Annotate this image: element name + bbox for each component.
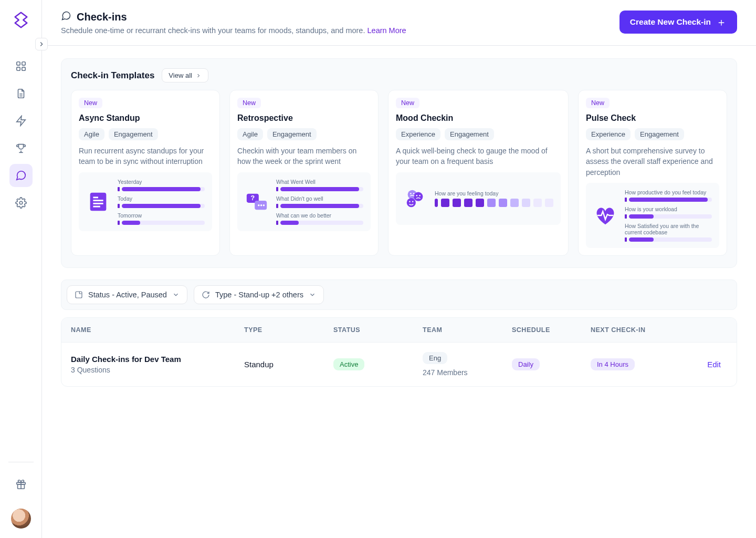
template-description: A short but comprehensive survey to asse… xyxy=(586,146,719,178)
template-tag: Engagement xyxy=(109,128,158,140)
table-header: NAME TYPE STATUS TEAM SCHEDULE NEXT CHEC… xyxy=(61,318,737,342)
svg-rect-18 xyxy=(93,196,98,198)
svg-point-34 xyxy=(419,195,420,196)
row-subtitle: 3 Questions xyxy=(71,366,238,374)
filter-status-label: Status - Active, Paused xyxy=(88,291,167,299)
checkins-icon xyxy=(61,11,71,23)
learn-more-link[interactable]: Learn More xyxy=(368,26,406,35)
filters-bar: Status - Active, Paused Type - Stand-up … xyxy=(61,280,737,310)
col-schedule: SCHEDULE xyxy=(512,326,591,334)
template-name: Async Standup xyxy=(79,113,212,123)
schedule-badge: Daily xyxy=(512,358,540,370)
svg-rect-20 xyxy=(93,203,103,204)
templates-panel: Check-in Templates View all New Async St… xyxy=(61,58,737,268)
svg-point-26 xyxy=(260,204,262,206)
templates-title: Check-in Templates xyxy=(71,70,154,81)
svg-rect-37 xyxy=(76,292,82,298)
template-tag: Engagement xyxy=(635,128,684,140)
page-subtitle: Schedule one-time or recurrant check-ins… xyxy=(61,26,406,35)
template-card[interactable]: New Retrospective AgileEngagement Checki… xyxy=(229,90,379,256)
template-card[interactable]: New Async Standup AgileEngagement Run re… xyxy=(71,90,220,256)
svg-rect-1 xyxy=(22,62,25,65)
status-icon xyxy=(75,291,83,299)
template-preview: Yesterday Today Tomorrow xyxy=(79,172,212,231)
svg-point-31 xyxy=(410,193,411,194)
template-preview: How are you feeling today xyxy=(396,172,561,225)
new-badge: New xyxy=(79,98,102,108)
next-checkin-badge: In 4 Hours xyxy=(591,358,635,370)
template-preview: ? What Went Well What Didn't go well Wha… xyxy=(237,172,371,231)
template-name: Pulse Check xyxy=(586,113,719,123)
nav-gifts[interactable] xyxy=(9,473,33,496)
chevron-down-icon xyxy=(172,291,180,298)
preview-question: Today xyxy=(118,195,205,202)
team-badge: Eng xyxy=(423,352,447,364)
svg-point-29 xyxy=(414,192,423,201)
app-logo xyxy=(12,11,30,29)
svg-point-32 xyxy=(413,193,414,194)
nav-dashboard[interactable] xyxy=(9,55,33,78)
edit-link[interactable]: Edit xyxy=(707,360,721,369)
preview-question: How Satisfied you are with the current c… xyxy=(625,223,712,235)
checkins-table: NAME TYPE STATUS TEAM SCHEDULE NEXT CHEC… xyxy=(61,317,737,387)
template-tag: Experience xyxy=(396,128,440,140)
template-preview-icon xyxy=(593,203,617,227)
preview-question: How is your workload xyxy=(625,206,712,212)
view-all-label: View all xyxy=(169,71,192,79)
filter-type[interactable]: Type - Stand-up +2 others xyxy=(194,285,324,304)
svg-point-35 xyxy=(409,201,410,202)
create-checkin-button[interactable]: Create New Check-in ＋ xyxy=(620,11,737,34)
col-name: NAME xyxy=(71,326,244,334)
template-tag: Experience xyxy=(586,128,631,140)
table-row[interactable]: Daily Check-ins for Dev Team 3 Questions… xyxy=(61,342,737,386)
col-status: STATUS xyxy=(333,326,423,334)
template-tag: Engagement xyxy=(267,128,317,140)
template-preview-icon xyxy=(86,190,110,214)
status-badge: Active xyxy=(333,358,364,370)
user-avatar[interactable] xyxy=(11,509,31,529)
new-badge: New xyxy=(237,98,261,108)
nav-actions[interactable] xyxy=(9,109,33,132)
svg-point-36 xyxy=(412,201,413,202)
svg-marker-6 xyxy=(16,116,25,126)
template-tag: Engagement xyxy=(445,128,494,140)
new-badge: New xyxy=(396,98,419,108)
svg-rect-17 xyxy=(90,192,107,211)
row-name: Daily Check-ins for Dev Team xyxy=(71,355,238,364)
filter-status[interactable]: Status - Active, Paused xyxy=(67,285,187,304)
nav-checkins[interactable] xyxy=(9,164,33,187)
chevron-right-icon xyxy=(195,73,202,79)
refresh-icon xyxy=(202,291,210,299)
col-type: TYPE xyxy=(244,326,333,334)
template-name: Retrospective xyxy=(237,113,371,123)
svg-point-25 xyxy=(258,204,259,206)
template-card[interactable]: New Mood Checkin ExperienceEngagement A … xyxy=(388,90,569,256)
view-all-button[interactable]: View all xyxy=(162,68,208,82)
template-preview-icon: ? xyxy=(245,190,269,214)
create-button-label: Create New Check-in xyxy=(630,17,711,27)
template-tag: Agile xyxy=(237,128,263,140)
preview-question: What can we do better xyxy=(276,212,363,219)
nav-settings[interactable] xyxy=(9,191,33,214)
divider xyxy=(8,462,34,462)
preview-question: How productive do you feel today xyxy=(625,189,712,195)
svg-rect-19 xyxy=(93,200,103,201)
page-header: Check-ins Schedule one-time or recurrant… xyxy=(42,0,756,46)
plus-icon: ＋ xyxy=(716,17,727,27)
svg-point-10 xyxy=(19,201,23,204)
nav-awards[interactable] xyxy=(9,137,33,160)
col-team: TEAM xyxy=(423,326,512,334)
template-card[interactable]: New Pulse Check ExperienceEngagement A s… xyxy=(578,90,727,256)
preview-question: What Went Well xyxy=(276,179,363,185)
team-members: 247 Members xyxy=(423,368,506,377)
svg-point-30 xyxy=(407,198,416,207)
template-description: Checkin with your team members on how th… xyxy=(237,146,371,167)
preview-question: What Didn't go well xyxy=(276,195,363,202)
svg-rect-21 xyxy=(93,205,100,207)
nav-documents[interactable] xyxy=(9,82,33,105)
subtitle-text: Schedule one-time or recurrant check-ins… xyxy=(61,26,368,35)
template-description: A quick well-being check to gauge the mo… xyxy=(396,146,561,167)
sidebar-expand-button[interactable] xyxy=(35,38,48,50)
page-title: Check-ins xyxy=(77,11,127,23)
template-description: Run recurrent async standups for your te… xyxy=(79,146,212,167)
